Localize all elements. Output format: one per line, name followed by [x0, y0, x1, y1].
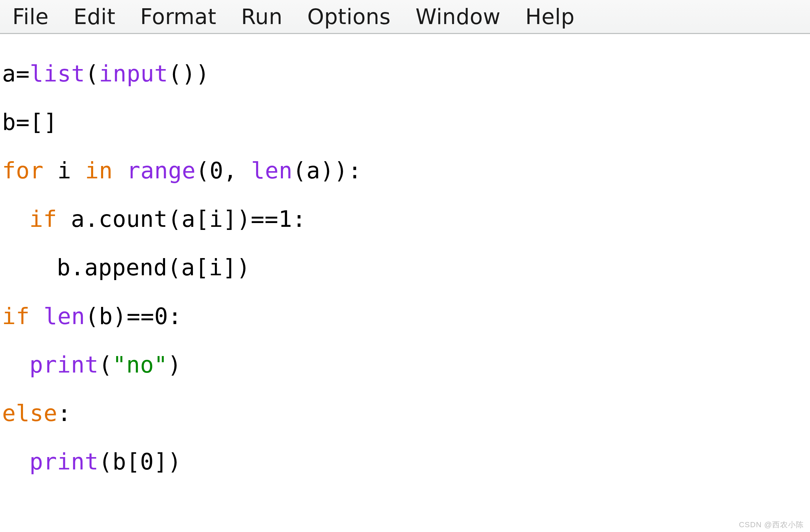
menu-file[interactable]: File: [12, 4, 49, 29]
token-plain: a.count(a[i])==1:: [57, 206, 306, 232]
menu-edit[interactable]: Edit: [74, 4, 116, 29]
token-builtin: len: [251, 157, 293, 184]
token-plain: (: [85, 60, 99, 87]
menu-window[interactable]: Window: [415, 4, 500, 29]
code-line: for i in range(0, len(a)):: [2, 159, 808, 183]
token-plain: (a)):: [293, 157, 362, 184]
menu-format[interactable]: Format: [140, 4, 216, 29]
token-plain: ): [168, 352, 182, 378]
token-plain: b=[]: [2, 109, 57, 135]
token-plain: [30, 303, 43, 330]
menu-run[interactable]: Run: [241, 4, 282, 29]
token-plain: a=: [2, 60, 30, 87]
watermark: CSDN @西农小陈: [739, 520, 804, 530]
token-plain: (b[0]): [99, 448, 182, 475]
token-keyword: for: [2, 157, 44, 184]
token-plain: i: [44, 157, 85, 184]
token-builtin: range: [127, 157, 196, 184]
token-builtin: input: [99, 60, 168, 87]
code-editor[interactable]: a=list(input()) b=[] for i in range(0, l…: [0, 34, 810, 499]
token-builtin: print: [29, 448, 98, 475]
code-line: b=[]: [2, 110, 808, 135]
token-plain: (b)==0:: [85, 303, 182, 330]
menu-help[interactable]: Help: [525, 4, 574, 29]
code-line: print(b[0]): [2, 450, 808, 474]
code-line: else:: [2, 401, 808, 426]
token-plain: [113, 157, 127, 184]
token-keyword: if: [29, 206, 57, 232]
token-builtin: len: [44, 303, 85, 330]
token-keyword: else: [2, 400, 57, 426]
code-line: if a.count(a[i])==1:: [2, 207, 808, 232]
token-string: "no": [112, 352, 168, 378]
code-line: print("no"): [2, 353, 808, 377]
code-line: a=list(input()): [2, 62, 808, 86]
token-plain: (: [99, 352, 112, 378]
token-plain: ()): [168, 60, 210, 87]
token-builtin: list: [30, 60, 85, 87]
token-keyword: in: [85, 157, 112, 184]
token-plain: b.append(a[i]): [57, 254, 250, 281]
menubar: File Edit Format Run Options Window Help: [0, 0, 810, 34]
token-keyword: if: [2, 303, 30, 330]
code-line: b.append(a[i]): [2, 256, 808, 280]
menu-options[interactable]: Options: [307, 4, 391, 29]
token-plain: :: [57, 400, 71, 426]
code-line: if len(b)==0:: [2, 304, 808, 329]
token-plain: (0,: [196, 157, 251, 184]
token-builtin: print: [29, 352, 98, 378]
